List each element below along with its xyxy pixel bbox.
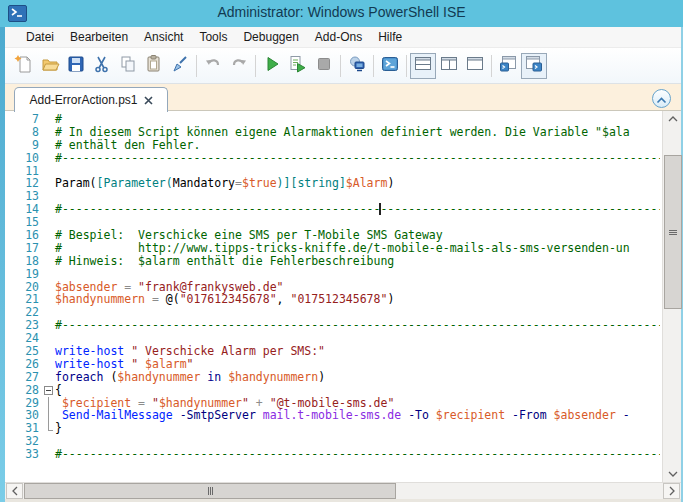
vertical-scrollbar-thumb[interactable] <box>664 155 682 309</box>
fold-margin <box>43 177 55 190</box>
fold-margin <box>43 113 55 126</box>
scroll-right-icon[interactable] <box>663 483 680 499</box>
fold-margin <box>43 216 55 229</box>
layout-script-top-button[interactable] <box>410 53 436 79</box>
code-line[interactable]: 21$handynummern = @("017612345678", "017… <box>5 293 660 306</box>
fold-margin <box>43 422 55 435</box>
fold-margin <box>43 345 55 358</box>
titlebar: Administrator: Windows PowerShell ISE <box>0 0 683 27</box>
code-text: } <box>55 422 62 435</box>
stop-button[interactable] <box>311 53 337 79</box>
new-remote-tab-icon <box>347 54 367 78</box>
tab-label: Add-ErrorAction.ps1 <box>29 93 137 107</box>
fold-margin <box>43 409 55 422</box>
horizontal-scrollbar-thumb[interactable] <box>24 483 396 499</box>
clear-console-button[interactable] <box>167 53 193 79</box>
new-file-button[interactable] <box>11 53 37 79</box>
undo-icon <box>203 54 223 78</box>
code-text: #---------------------------------------… <box>55 203 660 216</box>
code-line[interactable]: 27foreach ($handynummer in $handynummern… <box>5 371 660 384</box>
code-text: # Hinweis: $alarm enthält die Fehlerbesc… <box>55 255 394 268</box>
line-number: 18 <box>5 255 43 268</box>
line-number: 33 <box>5 448 43 461</box>
fold-margin <box>43 371 55 384</box>
toolbar-separator <box>196 55 197 77</box>
copy-button[interactable] <box>115 53 141 79</box>
code-line[interactable]: 12Param([Parameter(Mandatory=$true)][str… <box>5 177 660 190</box>
tab-strip: Add-ErrorAction.ps1 <box>5 84 681 111</box>
toolbar-separator <box>255 55 256 77</box>
line-number: 17 <box>5 242 43 255</box>
fold-margin <box>43 203 55 216</box>
menu-debuggen[interactable]: Debuggen <box>235 28 306 46</box>
line-number: 9 <box>5 139 43 152</box>
line-number: 10 <box>5 152 43 165</box>
code-lines: 7#8# In diesem Script können eigene Alar… <box>5 113 660 461</box>
scroll-up-icon[interactable] <box>663 111 682 127</box>
toolbar-separator <box>406 55 407 77</box>
redo-button[interactable] <box>226 53 252 79</box>
code-text: $handynummern = @("017612345678", "01751… <box>55 293 394 306</box>
scroll-left-icon[interactable] <box>6 483 23 499</box>
fold-margin <box>43 139 55 152</box>
toolbar-separator <box>373 55 374 77</box>
open-folder-icon <box>40 54 60 78</box>
show-script-pane-button[interactable] <box>521 53 547 79</box>
vertical-scrollbar[interactable] <box>662 111 681 482</box>
fold-margin <box>43 242 55 255</box>
fold-toggle-icon[interactable] <box>43 384 55 397</box>
code-line[interactable]: 14#-------------------------------------… <box>5 203 660 216</box>
horizontal-scrollbar[interactable] <box>5 482 681 499</box>
fold-margin <box>43 332 55 345</box>
fold-margin <box>43 190 55 203</box>
run-script-button[interactable] <box>259 53 285 79</box>
code-text: #---------------------------------------… <box>55 319 660 332</box>
new-remote-tab-button[interactable] <box>344 53 370 79</box>
thumb-grip <box>669 230 677 235</box>
save-button[interactable] <box>63 53 89 79</box>
code-line[interactable]: 23#-------------------------------------… <box>5 319 660 332</box>
new-powershell-tab-button[interactable] <box>495 53 521 79</box>
code-line[interactable]: 30 Send-MailMessage -SmtpServer mail.t-m… <box>5 409 660 422</box>
paste-button[interactable] <box>141 53 167 79</box>
line-number: 16 <box>5 229 43 242</box>
code-line[interactable]: 10#-------------------------------------… <box>5 152 660 165</box>
paste-icon <box>144 54 164 78</box>
menu-hilfe[interactable]: Hilfe <box>370 28 410 46</box>
powershell-console-button[interactable] <box>377 53 403 79</box>
redo-icon <box>229 54 249 78</box>
code-line[interactable]: 33#-------------------------------------… <box>5 448 660 461</box>
code-text: Param([Parameter(Mandatory=$true)][strin… <box>55 177 394 190</box>
line-number: 8 <box>5 126 43 139</box>
run-selection-button[interactable] <box>285 53 311 79</box>
menu-bearbeiten[interactable]: Bearbeiten <box>62 28 136 46</box>
toolbar-separator <box>340 55 341 77</box>
close-icon[interactable] <box>144 96 153 105</box>
menu-ansicht[interactable]: Ansicht <box>136 28 191 46</box>
fold-margin <box>43 165 55 178</box>
show-script-pane-icon <box>524 54 544 78</box>
menu-bar: Datei Bearbeiten Ansicht Tools Debuggen … <box>5 27 681 48</box>
code-line[interactable]: 18# Hinweis: $alarm enthält die Fehlerbe… <box>5 255 660 268</box>
tab-add-erroraction[interactable]: Add-ErrorAction.ps1 <box>14 87 168 112</box>
line-number: 19 <box>5 268 43 281</box>
cut-button[interactable] <box>89 53 115 79</box>
collapse-script-pane-button[interactable] <box>652 89 671 108</box>
menu-addons[interactable]: Add-Ons <box>307 28 370 46</box>
scroll-down-icon[interactable] <box>663 466 682 482</box>
thumb-grip <box>208 487 213 495</box>
fold-margin <box>43 255 55 268</box>
line-number: 28 <box>5 384 43 397</box>
chevron-up-icon <box>656 90 667 108</box>
undo-button[interactable] <box>200 53 226 79</box>
layout-script-max-icon <box>465 54 485 78</box>
script-editor[interactable]: 7#8# In diesem Script können eigene Alar… <box>5 111 660 482</box>
layout-script-right-icon <box>439 54 459 78</box>
layout-script-right-button[interactable] <box>436 53 462 79</box>
menu-datei[interactable]: Datei <box>18 28 62 46</box>
open-button[interactable] <box>37 53 63 79</box>
layout-script-max-button[interactable] <box>462 53 488 79</box>
fold-margin <box>43 152 55 165</box>
menu-tools[interactable]: Tools <box>191 28 235 46</box>
code-line[interactable]: 31} <box>5 422 660 435</box>
